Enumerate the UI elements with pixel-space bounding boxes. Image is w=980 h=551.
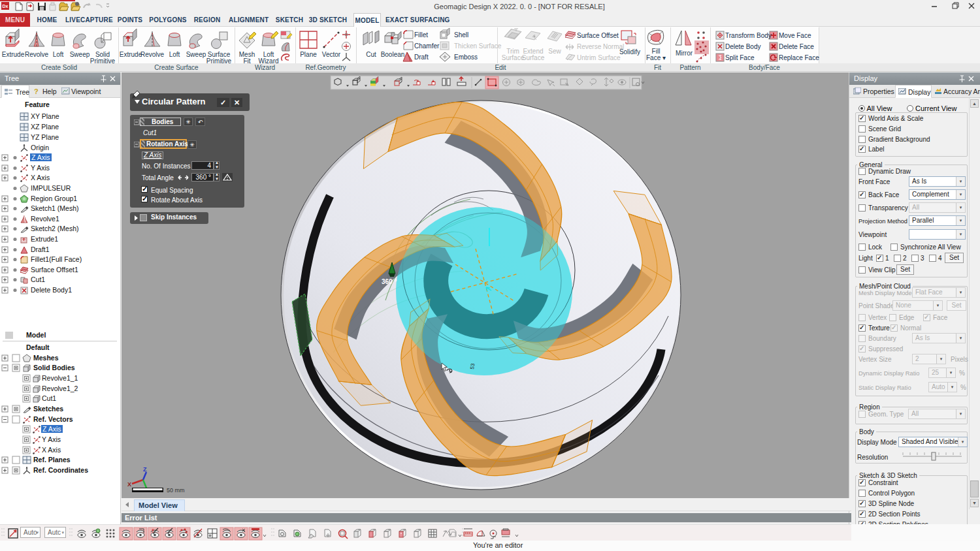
- svg-text:Z: Z: [143, 466, 147, 473]
- svg-text:X: X: [127, 481, 131, 488]
- svg-text:50 mm: 50 mm: [167, 487, 185, 494]
- svg-text:?: ?: [34, 87, 39, 95]
- svg-text:360 °: 360 °: [382, 278, 397, 285]
